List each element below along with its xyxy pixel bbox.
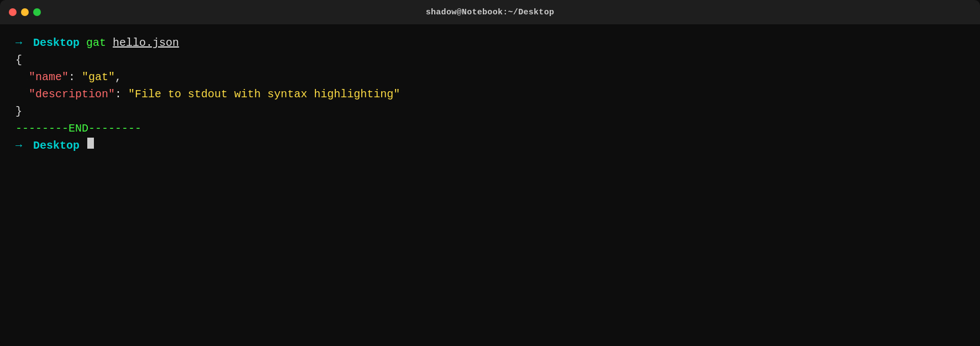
cursor (87, 138, 94, 149)
name-colon: : (69, 69, 75, 86)
maximize-button[interactable] (33, 8, 41, 16)
close-brace: } (15, 103, 22, 120)
close-brace-line: } (15, 103, 965, 120)
desc-value: "File to stdout with syntax highlighting… (128, 86, 400, 103)
desc-key: "description" (29, 86, 115, 103)
prompt-command: gat (86, 34, 106, 51)
desc-colon: : (115, 86, 122, 103)
end-marker-line: --------END-------- (15, 120, 965, 137)
prompt-directory-1: Desktop (33, 34, 80, 51)
close-button[interactable] (9, 8, 17, 16)
prompt-arrow-1: → (15, 34, 22, 51)
description-line: "description" : "File to stdout with syn… (15, 86, 965, 103)
traffic-lights (9, 8, 41, 16)
title-bar: shadow@Notebook:~/Desktop (0, 0, 980, 24)
prompt-directory-2: Desktop (33, 137, 80, 154)
open-brace-line: { (15, 51, 965, 69)
prompt-arrow-2: → (15, 137, 22, 154)
name-key: "name" (29, 69, 69, 86)
window-title: shadow@Notebook:~/Desktop (426, 8, 555, 17)
open-brace: { (15, 51, 22, 69)
name-value: "gat" (82, 69, 115, 86)
name-line: "name" : "gat" , (15, 69, 965, 86)
terminal-body[interactable]: → Desktop gat hello.json { "name" : "gat… (0, 24, 980, 346)
prompt-argument: hello.json (113, 34, 179, 51)
terminal-window: shadow@Notebook:~/Desktop → Desktop gat … (0, 0, 980, 346)
command-line: → Desktop gat hello.json (15, 34, 965, 51)
prompt-line-2: → Desktop (15, 137, 965, 154)
end-marker: --------END-------- (15, 120, 141, 137)
name-comma: , (115, 69, 122, 86)
minimize-button[interactable] (21, 8, 29, 16)
